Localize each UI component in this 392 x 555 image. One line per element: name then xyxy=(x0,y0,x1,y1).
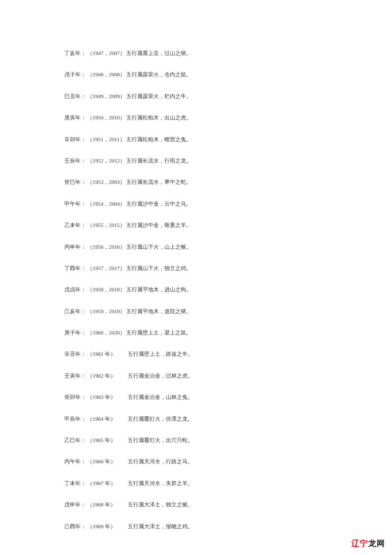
description-text: 五行属山下火，山上之猴。 xyxy=(126,244,192,250)
ganzhi-label: 己酉年： xyxy=(64,523,86,529)
ganzhi-label: 乙未年： xyxy=(64,222,86,228)
year-entry: 癸卯年：（1963 年） 五行属金泊金，山林之兔。 xyxy=(64,393,328,401)
year-entry: 癸巳年：（1953，2003）五行属长流水，草中之蛇。 xyxy=(64,178,328,186)
description-text: 五行属大泽土，独立之猴。 xyxy=(128,501,193,507)
description-text: 五行属壁上土，梁上之鼠。 xyxy=(126,330,192,335)
description-text: 五行属天河水，行路之马。 xyxy=(128,458,193,464)
years-value: （1969 年） xyxy=(87,523,127,529)
year-entry: 丁亥年：（1947，2007）五行属屋上圭，过山之猪。 xyxy=(64,50,328,57)
year-entry: 壬寅年：（1962 年） 五行属金泊金，过林之虎。 xyxy=(64,372,328,380)
ganzhi-label: 乙巳年： xyxy=(64,437,86,443)
year-entry: 乙巳年：（1965 年） 五行属覆灯火，出穴只蛇。 xyxy=(64,437,328,444)
year-entry: 辛卯年：（1951，2011）五行属松柏木，蟾窟之兔。 xyxy=(64,136,328,143)
watermark-part1: 辽宁 xyxy=(351,539,368,548)
description-text: 五行属壁上土，路途之牛。 xyxy=(128,351,193,357)
year-entry: 辛丑年：（1961 年） 五行属壁上土，路途之牛。 xyxy=(64,350,328,358)
ganzhi-label: 甲午年： xyxy=(64,201,86,207)
year-entry: 丙午年：（1966 年） 五行属天河水，行路之马。 xyxy=(64,458,328,465)
description-text: 五行属平地木，进山之狗。 xyxy=(126,286,192,292)
year-entry: 庚寅年：（1950，2010）五行属松柏木，出山之虎。 xyxy=(64,114,328,121)
year-entry: 巳丑年：（1949，2009）五行属霹雷火，栏内之牛。 xyxy=(64,93,328,100)
years-value: （1954，2004） xyxy=(87,201,125,207)
years-value: （1948，2008） xyxy=(87,71,125,77)
description-text: 五行属平地木，道院之猪。 xyxy=(126,308,192,314)
description-text: 五行属松柏木，蟾窟之兔。 xyxy=(126,136,192,142)
ganzhi-label: 巳丑年： xyxy=(64,93,86,99)
year-entry: 甲辰年：（1964 年） 五行属覆灯火，伏潭之龙。 xyxy=(64,415,328,423)
ganzhi-label: 戊子年： xyxy=(64,71,86,77)
years-value: （1963 年） xyxy=(87,394,127,400)
year-entry: 戊子年：（1948，2008）五行属霹雷火，仓内之鼠。 xyxy=(64,71,328,78)
description-text: 五行属屋上圭，过山之猪。 xyxy=(126,50,192,56)
ganzhi-label: 戊申年： xyxy=(64,501,86,507)
ganzhi-label: 己亥年： xyxy=(64,308,86,314)
year-entry: 庚子年：（1960，2020）五行属壁上土，梁上之鼠。 xyxy=(64,329,328,336)
description-text: 五行属大泽土，报晓之鸡。 xyxy=(128,523,193,529)
year-entry: 丁酉年：（1957，2017）五行属山下火，独立之鸡。 xyxy=(64,265,328,272)
entries-list: 丁亥年：（1947，2007）五行属屋上圭，过山之猪。戊子年：（1948，200… xyxy=(64,50,328,530)
years-value: （1966 年） xyxy=(87,458,127,464)
ganzhi-label: 壬辰年： xyxy=(64,158,86,164)
ganzhi-label: 癸巳年： xyxy=(64,179,86,185)
ganzhi-label: 甲辰年： xyxy=(64,416,86,422)
ganzhi-label: 庚子年： xyxy=(64,330,86,335)
ganzhi-label: 丁未年： xyxy=(64,480,86,486)
description-text: 五行属沙中金，云中之马。 xyxy=(126,201,192,207)
years-value: （1953，2003） xyxy=(87,179,125,185)
ganzhi-label: 戊戌年： xyxy=(64,286,86,292)
years-value: （1964 年） xyxy=(87,416,127,422)
watermark: 辽宁龙网 xyxy=(351,539,385,549)
ganzhi-label: 丙午年： xyxy=(64,458,86,464)
description-text: 五行属覆灯火，出穴只蛇。 xyxy=(128,437,193,443)
ganzhi-label: 癸卯年： xyxy=(64,394,86,400)
description-text: 五行属松柏木，出山之虎。 xyxy=(126,114,192,120)
years-value: （1965 年） xyxy=(87,437,127,443)
years-value: （1968 年） xyxy=(87,501,127,507)
ganzhi-label: 丙申年： xyxy=(64,244,86,250)
year-entry: 丙申年：（1956，2016）五行属山下火，山上之猴。 xyxy=(64,243,328,251)
description-text: 五行属天河水，失群之羊。 xyxy=(128,480,193,486)
description-text: 五行属霹雷火，仓内之鼠。 xyxy=(126,71,192,77)
years-value: （1960，2020） xyxy=(87,330,125,335)
year-entry: 戊申年：（1968 年） 五行属大泽土，独立之猴。 xyxy=(64,501,328,508)
watermark-part2: 龙网 xyxy=(368,539,385,548)
years-value: （1955，2015） xyxy=(87,222,125,228)
years-value: （1947，2007） xyxy=(87,50,125,56)
ganzhi-label: 壬寅年： xyxy=(64,373,86,379)
description-text: 五行属霹雷火，栏内之牛。 xyxy=(126,93,192,99)
description-text: 五行属金泊金，过林之虎。 xyxy=(128,373,193,379)
year-entry: 丁未年：（1967 年） 五行属天河水，失群之羊。 xyxy=(64,480,328,487)
year-entry: 甲午年：（1954，2004）五行属沙中金，云中之马。 xyxy=(64,200,328,208)
document-page: 丁亥年：（1947，2007）五行属屋上圭，过山之猪。戊子年：（1948，200… xyxy=(0,0,392,555)
year-entry: 己酉年：（1969 年） 五行属大泽土，报晓之鸡。 xyxy=(64,523,328,530)
year-entry: 己亥年：（1959，2019）五行属平地木，道院之猪。 xyxy=(64,308,328,315)
years-value: （1961 年） xyxy=(87,351,127,357)
years-value: （1951，2011） xyxy=(87,136,125,142)
description-text: 五行属长流水，草中之蛇。 xyxy=(126,179,192,185)
description-text: 五行属金泊金，山林之兔。 xyxy=(128,394,193,400)
year-entry: 戊戌年：（1958，2018）五行属平地木，进山之狗。 xyxy=(64,286,328,293)
years-value: （1949，2009） xyxy=(87,93,125,99)
description-text: 五行属沙中金，敬重之羊。 xyxy=(126,222,192,228)
description-text: 五行属山下火，独立之鸡。 xyxy=(126,265,192,271)
years-value: （1958，2018） xyxy=(87,286,125,292)
ganzhi-label: 辛卯年： xyxy=(64,136,86,142)
years-value: （1959，2019） xyxy=(87,308,125,314)
years-value: （1956，2016） xyxy=(87,244,125,250)
year-entry: 壬辰年：（1952，2012）五行属长流水，行雨之龙。 xyxy=(64,157,328,165)
description-text: 五行属长流水，行雨之龙。 xyxy=(126,158,192,164)
ganzhi-label: 庚寅年： xyxy=(64,114,86,120)
ganzhi-label: 丁亥年： xyxy=(64,50,86,56)
years-value: （1952，2012） xyxy=(87,158,125,164)
ganzhi-label: 辛丑年： xyxy=(64,351,86,357)
years-value: （1962 年） xyxy=(87,373,127,379)
year-entry: 乙未年：（1955，2015）五行属沙中金，敬重之羊。 xyxy=(64,222,328,229)
years-value: （1950，2010） xyxy=(87,114,125,120)
years-value: （1967 年） xyxy=(87,480,127,486)
years-value: （1957，2017） xyxy=(87,265,125,271)
ganzhi-label: 丁酉年： xyxy=(64,265,86,271)
description-text: 五行属覆灯火，伏潭之龙。 xyxy=(128,416,193,422)
